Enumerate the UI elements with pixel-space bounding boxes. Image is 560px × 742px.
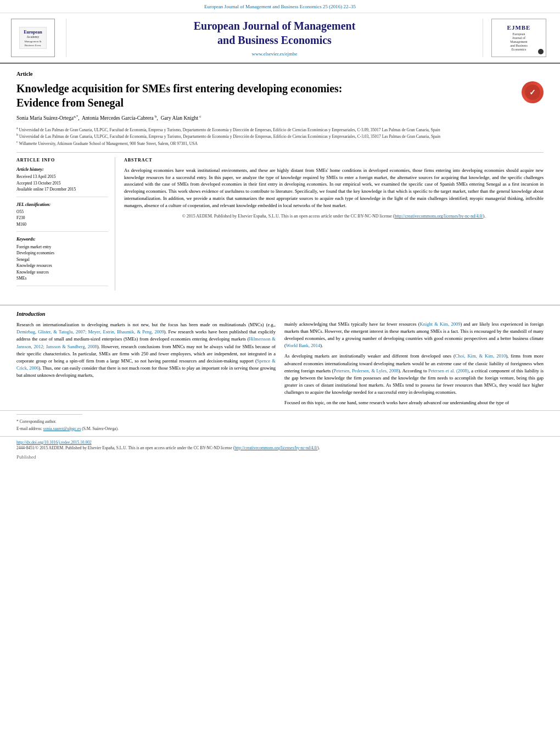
hilmersson-ref[interactable]: Hilmersson & Jansson, 2012; Jansson & Sa… [16, 336, 276, 349]
article-info-panel: ARTICLE INFO Article history: Received 1… [16, 157, 115, 291]
keywords-list: Foreign market entry Developing economie… [16, 244, 108, 282]
keyword-6: SMEs [16, 276, 108, 282]
intro-para-1: Research on internationalization to deve… [16, 321, 276, 379]
footnote-area: * Corresponding author. E-mail address: … [0, 410, 560, 436]
email-label: E-mail address: [16, 426, 42, 431]
keywords-section: Keywords: Foreign market entry Developin… [16, 236, 108, 286]
svg-text:✓: ✓ [529, 88, 536, 97]
demirbag-ref[interactable]: Demirbag, Glister, & Tatoglu, 2007; Meye… [16, 329, 164, 334]
jel-classification: JEL classification: O55 F230 M160 [16, 202, 108, 232]
email-name: (S.M. Suárez-Ortega). [82, 426, 119, 431]
article-title: Knowledge acquisition for SMEs first ent… [16, 81, 516, 110]
history-label: Article history: [16, 166, 108, 172]
abstract-copyright: © 2015 AEDEM. Published by Elsevier Espa… [124, 213, 544, 220]
affiliation-c: c Willamette University, Atkinson Gradua… [16, 140, 544, 147]
received-date: Received 13 April 2015 [16, 174, 108, 180]
ejmbe-subtitle: EuropeanJournal ofManagementand Business… [510, 32, 528, 52]
bottom-bar: http://dx.doi.org/10.1016/j.redee.2015.1… [0, 436, 560, 464]
jel-code-2: F230 [16, 215, 108, 221]
cc-license-link[interactable]: http://creativecommons.org/licenses/by-n… [394, 214, 483, 219]
svg-text:Management &: Management & [24, 40, 41, 43]
right-logo-area: EJMBE EuropeanJournal ofManagementand Bu… [489, 19, 549, 58]
petersen-ref[interactable]: Petersen, Pedersen, & Lyles, 2008 [334, 368, 399, 373]
intro-para-3: As developing markets are institutionall… [284, 353, 544, 396]
abstract-heading: ABSTRACT [124, 157, 544, 164]
spence-ref[interactable]: Spence & Crick, 2006 [16, 358, 276, 371]
keyword-1: Foreign market entry [16, 244, 108, 250]
affiliations: a Universidad de Las Palmas de Gran Cana… [16, 126, 544, 147]
section-divider [0, 305, 560, 305]
issn-text: 2444-8451/© 2015 AEDEM. Published by Els… [16, 445, 234, 450]
svg-text:Business Econ.: Business Econ. [25, 44, 42, 47]
article-info-heading: ARTICLE INFO [16, 157, 108, 163]
petersen-ref-2[interactable]: Petersen et al. (2008) [428, 368, 468, 373]
jel-code-1: O55 [16, 209, 108, 215]
journal-url[interactable]: www.elsevier.es/ejmbe [252, 51, 298, 58]
top-bar: European Journal of Management and Busin… [0, 0, 560, 13]
journal-header: European Academy Management & Business E… [0, 13, 560, 64]
article-title-row: Knowledge acquisition for SMEs first ent… [16, 81, 544, 110]
ejmbe-logo: EJMBE EuropeanJournal ofManagementand Bu… [491, 19, 546, 57]
affiliation-a: a Universidad de Las Palmas de Gran Cana… [16, 126, 544, 133]
cc-bottom-link[interactable]: http://creativecommons.org/licenses/by-n… [234, 445, 317, 450]
crossmark-logo[interactable]: ✓ [522, 81, 544, 103]
abstract-panel: ABSTRACT As developing economies have we… [124, 157, 544, 291]
email-link[interactable]: sonia.suarez@ulpgc.es [43, 426, 81, 431]
left-logo-area: European Academy Management & Business E… [11, 19, 60, 58]
abstract-text: As developing economies have weak instit… [124, 167, 544, 209]
intro-para-4: Focused on this topic, on the one hand, … [284, 399, 544, 406]
affiliation-b: b Universidad de Las Palmas de Gran Cana… [16, 132, 544, 140]
footnote-divider [16, 414, 82, 417]
article-type: Article [16, 70, 544, 78]
journal-citation: European Journal of Management and Busin… [204, 4, 356, 9]
knight-kim-ref[interactable]: Knight & Kim, 2009 [420, 321, 461, 327]
available-date: Available online 17 December 2015 [16, 187, 108, 193]
world-bank-ref[interactable]: World Bank, 2014 [286, 343, 320, 348]
keyword-2: Developing economies [16, 250, 108, 256]
keywords-label: Keywords: [16, 236, 108, 242]
svg-text:European: European [24, 30, 42, 35]
journal-title-area: European Journal of Managementand Busine… [66, 19, 483, 58]
doi-link[interactable]: http://dx.doi.org/10.1016/j.redee.2015.1… [16, 440, 92, 445]
intro-right-col: mainly acknowledging that SMEs typically… [284, 310, 544, 410]
ejmbe-abbr: EJMBE [507, 24, 531, 32]
doi-line: http://dx.doi.org/10.1016/j.redee.2015.1… [16, 440, 544, 446]
issn-line: 2444-8451/© 2015 AEDEM. Published by Els… [16, 445, 544, 451]
article-history: Article history: Received 13 April 2015 … [16, 166, 108, 197]
authors-line: Sonia María Suárez-Ortegaa,*, Antonia Me… [16, 114, 544, 122]
article-content: Article Knowledge acquisition for SMEs f… [0, 64, 560, 300]
choi-kim-ref[interactable]: Choi, Kim, & Kim, 2010 [455, 353, 506, 359]
svg-text:Academy: Academy [27, 35, 40, 38]
keyword-3: Senegal [16, 257, 108, 263]
journal-title: European Journal of Managementand Busine… [194, 19, 356, 47]
intro-left-col: Introduction Research on internationaliz… [16, 310, 276, 410]
aedem-logo: European Academy Management & Business E… [11, 19, 55, 57]
introduction-section: Introduction Research on internationaliz… [0, 310, 560, 410]
introduction-heading: Introduction [16, 310, 276, 319]
corresponding-author: * Corresponding author. [16, 419, 544, 425]
intro-para-2: mainly acknowledging that SMEs typically… [284, 321, 544, 350]
info-abstract-section: ARTICLE INFO Article history: Received 1… [16, 152, 544, 291]
jel-code-3: M160 [16, 222, 108, 228]
keyword-4: Knowledge resources [16, 263, 108, 269]
keyword-5: Knowledge sources [16, 270, 108, 276]
published-label: Published [16, 454, 544, 461]
accepted-date: Accepted 13 October 2015 [16, 181, 108, 187]
email-line: E-mail address: sonia.suarez@ulpgc.es (S… [16, 426, 544, 432]
jel-label: JEL classification: [16, 202, 108, 208]
